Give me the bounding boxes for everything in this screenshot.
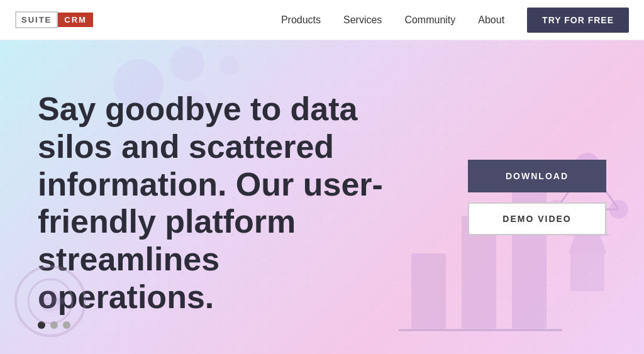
- logo[interactable]: SUITE CRM: [15, 11, 93, 28]
- header: SUITE CRM Products Services Community Ab…: [0, 0, 644, 40]
- nav-about[interactable]: About: [478, 14, 504, 26]
- nav-community[interactable]: Community: [404, 14, 455, 26]
- decorative-circles-bottom: CRM: [13, 263, 88, 341]
- logo-crm: CRM: [58, 13, 93, 27]
- svg-marker-10: [569, 235, 606, 253]
- try-for-free-button[interactable]: TRY FOR FREE: [527, 8, 629, 33]
- nav-products[interactable]: Products: [281, 14, 321, 26]
- demo-video-button[interactable]: DEMO VIDEO: [468, 202, 606, 235]
- hero-headline: Say goodbye to data silos and scattered …: [38, 91, 390, 316]
- logo-suite: SUITE: [15, 11, 58, 28]
- hero-section: Say goodbye to data silos and scattered …: [0, 40, 644, 354]
- hero-cta-block: DOWNLOAD DEMO VIDEO: [468, 160, 606, 235]
- nav-services[interactable]: Services: [343, 14, 382, 26]
- svg-text:CRM: CRM: [44, 296, 64, 306]
- svg-rect-11: [570, 253, 604, 291]
- svg-rect-0: [411, 253, 446, 329]
- download-button[interactable]: DOWNLOAD: [468, 160, 606, 192]
- hero-text-block: Say goodbye to data silos and scattered …: [38, 91, 390, 335]
- main-nav: Products Services Community About TRY FO…: [281, 8, 629, 33]
